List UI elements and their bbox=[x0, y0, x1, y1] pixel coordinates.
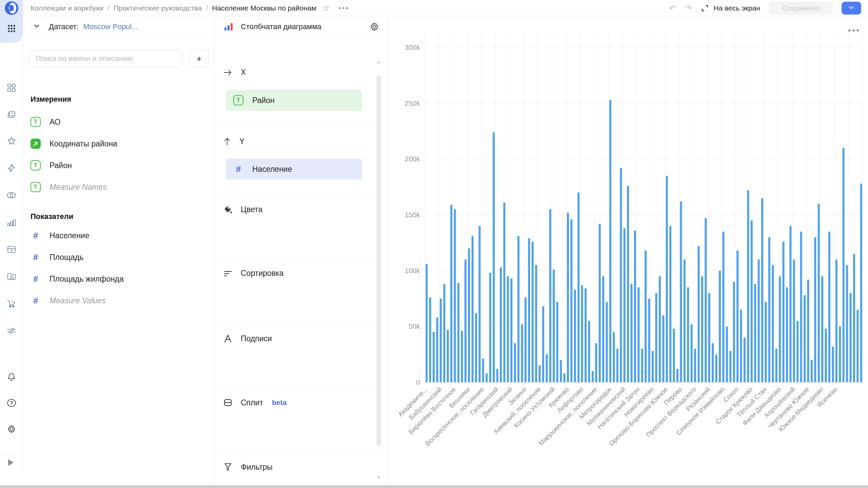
bar[interactable] bbox=[655, 293, 657, 382]
chart-more-menu-icon[interactable]: ••• bbox=[848, 26, 861, 35]
bar[interactable] bbox=[436, 318, 438, 382]
bar[interactable] bbox=[680, 201, 682, 382]
bar[interactable] bbox=[627, 186, 629, 382]
breadcrumb-guides[interactable]: Практические руководства bbox=[113, 4, 202, 12]
config-scrollbar[interactable] bbox=[376, 76, 381, 446]
bar[interactable] bbox=[701, 276, 703, 382]
bar[interactable] bbox=[856, 310, 859, 382]
field-search-input[interactable] bbox=[29, 50, 182, 67]
add-field-button[interactable]: + bbox=[189, 50, 209, 67]
scroll-down-icon[interactable]: ▼ bbox=[376, 474, 381, 480]
bar[interactable] bbox=[525, 298, 527, 382]
favorites-star-icon[interactable] bbox=[5, 135, 18, 147]
bar[interactable] bbox=[553, 269, 555, 382]
bar[interactable] bbox=[843, 148, 845, 382]
bar[interactable] bbox=[772, 265, 774, 382]
marketplace-cart-icon[interactable] bbox=[5, 298, 18, 310]
charts-icon[interactable] bbox=[5, 216, 18, 228]
bar[interactable] bbox=[641, 349, 643, 382]
bar[interactable] bbox=[577, 192, 579, 382]
bar[interactable] bbox=[659, 276, 661, 382]
bar[interactable] bbox=[811, 360, 813, 382]
bar[interactable] bbox=[581, 285, 583, 382]
bar[interactable] bbox=[648, 299, 650, 382]
y-axis-field-chip[interactable]: # Население bbox=[226, 159, 362, 180]
bar[interactable] bbox=[486, 373, 488, 382]
bar[interactable] bbox=[789, 226, 791, 382]
bar[interactable] bbox=[768, 237, 770, 382]
expand-sidebar-icon[interactable] bbox=[8, 459, 14, 466]
bar[interactable] bbox=[634, 230, 636, 382]
bar[interactable] bbox=[691, 324, 693, 382]
collapse-dataset-icon[interactable] bbox=[33, 23, 40, 30]
scroll-up-icon[interactable]: ▲ bbox=[376, 59, 381, 64]
field-population[interactable]: # Население bbox=[31, 228, 89, 243]
bar[interactable] bbox=[744, 338, 746, 382]
bar[interactable] bbox=[528, 238, 530, 382]
bar[interactable] bbox=[637, 287, 639, 382]
logo-area[interactable] bbox=[0, 0, 23, 16]
bar[interactable] bbox=[747, 190, 749, 382]
bar[interactable] bbox=[599, 224, 601, 382]
field-district[interactable]: T Район bbox=[31, 158, 72, 173]
apps-menu-icon[interactable] bbox=[5, 22, 18, 35]
bar[interactable] bbox=[754, 284, 756, 382]
bar[interactable] bbox=[592, 371, 594, 382]
bar[interactable] bbox=[804, 295, 806, 382]
field-measure-names[interactable]: T Measure Names bbox=[31, 180, 107, 195]
bar[interactable] bbox=[461, 331, 463, 382]
datasets-icon[interactable] bbox=[5, 189, 18, 201]
sorting-section[interactable]: Сортировка bbox=[223, 269, 283, 278]
bar[interactable] bbox=[542, 306, 544, 382]
bar[interactable] bbox=[426, 264, 428, 382]
bar[interactable] bbox=[532, 242, 534, 382]
bar[interactable] bbox=[447, 330, 449, 382]
bar[interactable] bbox=[719, 271, 721, 382]
bar[interactable] bbox=[652, 351, 654, 382]
breadcrumb-collections[interactable]: Коллекции и воркбуки bbox=[31, 4, 103, 12]
bar[interactable] bbox=[454, 209, 456, 382]
bar[interactable] bbox=[708, 293, 710, 382]
labels-section[interactable]: Подписи bbox=[223, 334, 272, 343]
field-ao[interactable]: T АО bbox=[31, 115, 61, 129]
bar[interactable] bbox=[450, 205, 452, 382]
bar[interactable] bbox=[606, 302, 608, 382]
bar[interactable] bbox=[465, 260, 467, 382]
bar[interactable] bbox=[705, 218, 707, 382]
bar[interactable] bbox=[694, 349, 696, 382]
bar[interactable] bbox=[832, 347, 834, 382]
services-sliders-icon[interactable] bbox=[5, 325, 18, 337]
bar[interactable] bbox=[616, 349, 618, 382]
bar[interactable] bbox=[521, 324, 523, 382]
bar[interactable] bbox=[556, 302, 558, 382]
favorite-star-icon[interactable]: ☆ bbox=[322, 3, 330, 13]
bar[interactable] bbox=[736, 250, 738, 382]
bar[interactable] bbox=[567, 212, 569, 382]
settings-gear-icon[interactable] bbox=[5, 423, 18, 435]
bar[interactable] bbox=[602, 276, 604, 382]
field-measure-values[interactable]: # Measure Values bbox=[31, 293, 105, 308]
bar[interactable] bbox=[624, 228, 626, 382]
field-housing-area[interactable]: # Площадь жилфонда bbox=[31, 271, 124, 286]
bar[interactable] bbox=[825, 329, 827, 382]
bar[interactable] bbox=[673, 329, 675, 382]
bar[interactable] bbox=[468, 248, 470, 382]
bar[interactable] bbox=[729, 351, 731, 382]
bar[interactable] bbox=[687, 287, 689, 382]
bar[interactable] bbox=[751, 220, 753, 382]
bar[interactable] bbox=[433, 332, 435, 382]
bar[interactable] bbox=[510, 279, 512, 382]
bar[interactable] bbox=[783, 242, 785, 382]
navigation-grid-icon[interactable] bbox=[5, 82, 18, 94]
bar[interactable] bbox=[796, 321, 798, 382]
undo-icon[interactable]: ↶ bbox=[669, 3, 676, 13]
bar[interactable] bbox=[585, 288, 587, 382]
bar[interactable] bbox=[853, 254, 855, 382]
bar[interactable] bbox=[496, 369, 498, 382]
bar[interactable] bbox=[507, 276, 509, 382]
bar[interactable] bbox=[493, 132, 495, 382]
bar[interactable] bbox=[860, 184, 862, 382]
bar[interactable] bbox=[758, 260, 760, 382]
bar[interactable] bbox=[828, 231, 830, 382]
bar[interactable] bbox=[761, 198, 763, 382]
